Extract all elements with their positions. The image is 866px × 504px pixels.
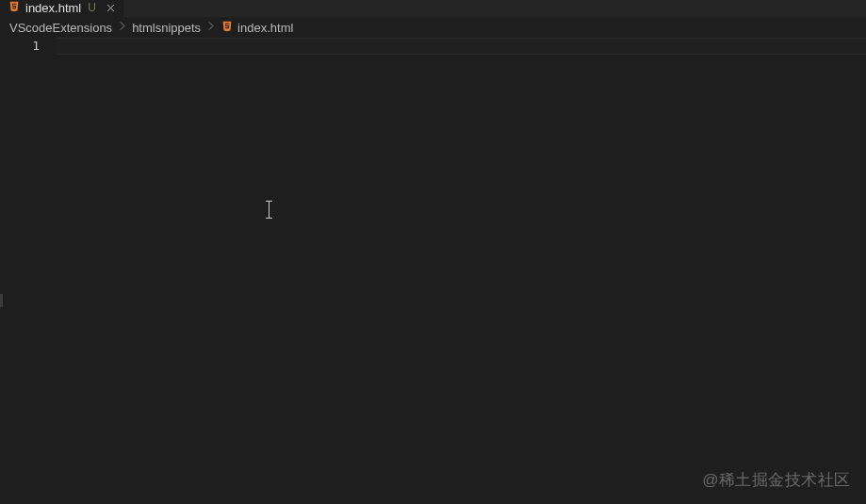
- line-gutter: 1: [0, 38, 57, 504]
- editor-content[interactable]: [57, 38, 866, 504]
- line-number: 1: [0, 38, 40, 55]
- current-line-highlight: [57, 38, 866, 55]
- breadcrumb-folder[interactable]: htmlsnippets: [132, 21, 201, 35]
- editor-area: 1: [0, 38, 866, 504]
- breadcrumb-file-label: index.html: [237, 21, 293, 35]
- breadcrumb-folder-label: htmlsnippets: [132, 21, 201, 35]
- chevron-right-icon: [116, 20, 128, 35]
- html-file-icon: [8, 0, 21, 16]
- tab-label: index.html: [25, 1, 81, 15]
- chevron-right-icon: [204, 20, 217, 35]
- close-icon[interactable]: [105, 1, 118, 14]
- text-cursor-icon: [269, 202, 270, 218]
- tab-index-html[interactable]: index.html U: [0, 0, 123, 17]
- watermark: @稀土掘金技术社区: [702, 469, 851, 491]
- breadcrumb-root-label: VScodeExtensions: [9, 21, 112, 35]
- breadcrumb: VScodeExtensions htmlsnippets index.html: [0, 17, 866, 38]
- breadcrumb-root[interactable]: VScodeExtensions: [9, 21, 112, 35]
- tab-dirty-marker: U: [88, 1, 96, 14]
- tab-bar: index.html U: [0, 0, 866, 17]
- side-indicator: [0, 294, 3, 307]
- breadcrumb-file[interactable]: index.html: [221, 20, 293, 36]
- html-file-icon: [221, 20, 234, 36]
